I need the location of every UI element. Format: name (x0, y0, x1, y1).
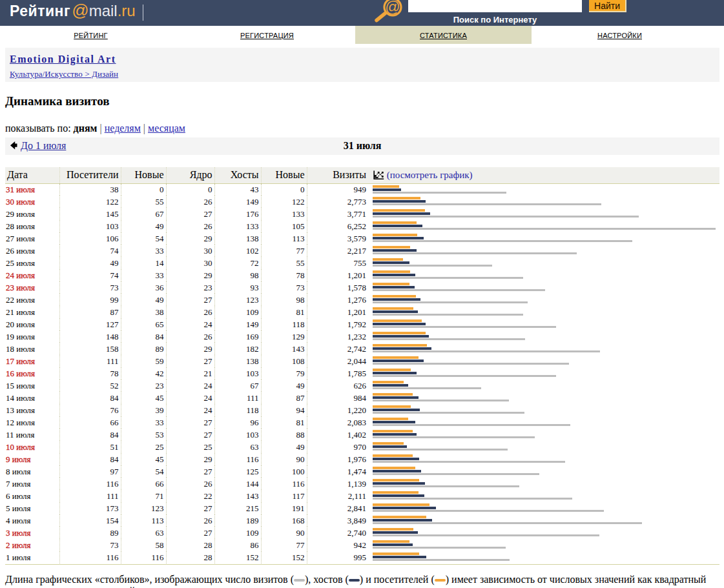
svg-text:@: @ (385, 0, 400, 15)
